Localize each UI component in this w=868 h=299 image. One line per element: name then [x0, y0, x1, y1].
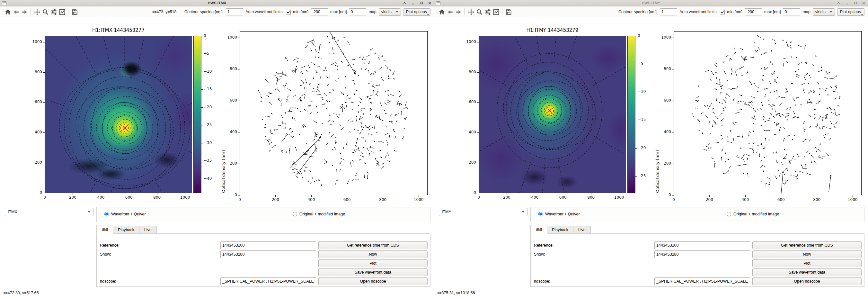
colormap-select[interactable]: viridis — [379, 8, 401, 16]
titlebar[interactable]: HWS ITMX — [0, 0, 434, 6]
shade-icon[interactable] — [837, 1, 840, 5]
save-wavefront-button[interactable]: Save wavefront data — [752, 268, 862, 276]
figure-canvas[interactable]: H1:ITMY 1443453279 Optical density [nm] … — [434, 18, 868, 204]
tab-live[interactable]: Live — [139, 226, 157, 234]
max-input[interactable] — [783, 8, 800, 16]
open-ndscope-button[interactable]: Open ndscope — [318, 277, 428, 285]
colormap-select[interactable]: viridis — [813, 8, 835, 16]
plot-button[interactable]: Plot — [752, 260, 862, 267]
optic-select[interactable]: ITMY — [439, 208, 527, 216]
save-icon[interactable] — [70, 8, 79, 16]
show-input[interactable] — [220, 250, 316, 258]
auto-limits-checkbox[interactable] — [286, 10, 291, 14]
tick-mark — [238, 38, 240, 38]
chevron-down-icon — [830, 11, 832, 13]
plot-options-button[interactable]: Plot options — [403, 8, 431, 16]
reference-input[interactable] — [654, 241, 750, 249]
forward-icon[interactable] — [20, 8, 29, 16]
close-icon[interactable] — [862, 1, 865, 5]
figure-canvas[interactable]: H1:ITMX 1443453277 Optical density [nm] … — [0, 18, 434, 204]
subplots-config-icon[interactable] — [484, 8, 492, 16]
tick-mark — [506, 193, 507, 195]
contour-spacing-input[interactable] — [226, 8, 243, 16]
minimize-icon[interactable] — [845, 1, 849, 5]
tick-mark — [672, 69, 674, 69]
radio-icon[interactable] — [293, 212, 297, 216]
tick-mark — [202, 161, 203, 161]
radio-wavefront-quiver[interactable]: Wavefront + Quiver — [104, 212, 146, 216]
toolbar-separator — [502, 8, 502, 16]
tab-live[interactable]: Live — [573, 226, 591, 234]
forward-icon[interactable] — [454, 8, 463, 16]
radio-original-modified[interactable]: Original + modified image — [727, 212, 779, 216]
map-label: map — [803, 10, 810, 14]
ndscope-input[interactable] — [654, 277, 750, 285]
save-icon[interactable] — [504, 8, 513, 16]
tick-label: 0 — [656, 192, 671, 197]
matplotlib-toolbar: Contour spacing [nm]: Auto wavefront lim… — [434, 6, 868, 18]
contour-overlay — [45, 36, 192, 193]
ndscope-input[interactable] — [220, 277, 316, 285]
back-icon[interactable] — [12, 8, 20, 16]
open-ndscope-button[interactable]: Open ndscope — [752, 277, 862, 285]
radio-icon[interactable] — [727, 212, 731, 216]
now-button[interactable]: Now — [752, 250, 862, 258]
quiver-plot[interactable] — [674, 31, 862, 195]
get-reference-button[interactable]: Get reference time from CDS — [318, 241, 428, 249]
shade-icon[interactable] — [403, 1, 406, 5]
tick-mark — [636, 36, 637, 36]
wavefront-heatmap[interactable] — [479, 36, 626, 193]
optic-select[interactable]: ITMX — [5, 208, 93, 216]
radio-original-modified[interactable]: Original + modified image — [293, 212, 345, 216]
back-icon[interactable] — [446, 8, 454, 16]
wavefront-heatmap[interactable] — [45, 36, 192, 193]
tick-mark — [240, 195, 240, 197]
plot-options-button[interactable]: Plot options — [837, 8, 865, 16]
maximize-icon[interactable] — [854, 1, 857, 5]
zoom-icon[interactable] — [41, 8, 50, 16]
maximize-icon[interactable] — [420, 1, 423, 5]
tab-still[interactable]: Still — [530, 225, 547, 234]
zoom-icon[interactable] — [475, 8, 484, 16]
tick-mark — [781, 195, 781, 197]
auto-limits-checkbox[interactable] — [720, 10, 725, 14]
min-input[interactable] — [745, 8, 762, 16]
quiver-plot[interactable] — [240, 31, 428, 195]
tick-mark — [477, 42, 479, 42]
min-input[interactable] — [311, 8, 328, 16]
tick-mark — [43, 163, 45, 163]
radio-icon[interactable] — [104, 212, 109, 216]
tick-mark — [238, 132, 240, 132]
radio-icon[interactable] — [538, 212, 543, 216]
contour-spacing-input[interactable] — [660, 8, 677, 16]
tick-mark — [477, 132, 479, 133]
tick-label: 1000 — [846, 198, 859, 202]
get-reference-button[interactable]: Get reference time from CDS — [752, 241, 862, 249]
plot-button[interactable]: Plot — [318, 260, 428, 267]
subplots-config-icon[interactable] — [50, 8, 58, 16]
show-input[interactable] — [654, 250, 750, 258]
tick-mark — [72, 193, 73, 195]
axes-edit-icon[interactable] — [58, 8, 66, 16]
now-button[interactable]: Now — [318, 250, 428, 258]
max-input[interactable] — [349, 8, 366, 16]
minimize-icon[interactable] — [411, 1, 415, 5]
tick-label: −10 — [638, 89, 646, 94]
tick-label: 800 — [222, 66, 237, 71]
reference-input[interactable] — [220, 241, 316, 249]
tick-mark — [275, 195, 276, 197]
radio-wavefront-quiver[interactable]: Wavefront + Quiver — [538, 212, 580, 216]
tab-still[interactable]: Still — [96, 225, 113, 234]
pan-icon[interactable] — [33, 8, 41, 16]
tab-playback[interactable]: Playback — [547, 226, 574, 234]
axes-edit-icon[interactable] — [492, 8, 500, 16]
home-icon[interactable] — [3, 8, 12, 16]
save-wavefront-button[interactable]: Save wavefront data — [318, 268, 428, 276]
tick-label: 0 — [638, 33, 640, 38]
tab-playback[interactable]: Playback — [113, 226, 140, 234]
titlebar[interactable]: HWS ITMY — [434, 0, 868, 6]
home-icon[interactable] — [437, 8, 446, 16]
close-icon[interactable] — [428, 1, 431, 5]
pan-icon[interactable] — [467, 8, 475, 16]
tick-label: −35 — [204, 158, 212, 163]
